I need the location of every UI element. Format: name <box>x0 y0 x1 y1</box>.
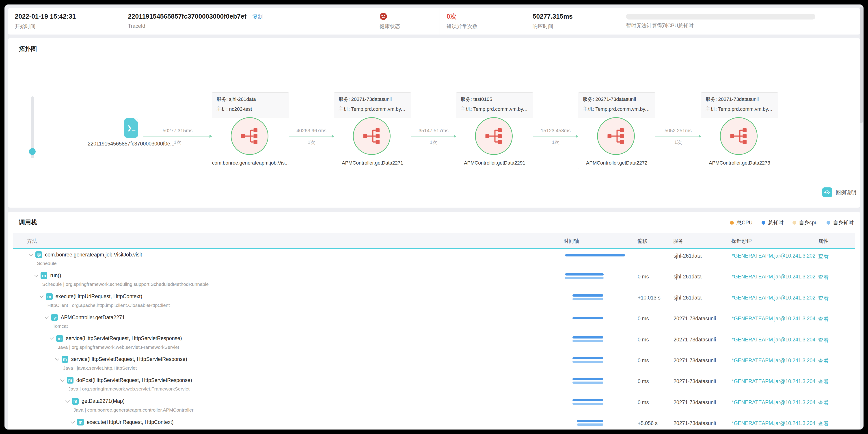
probe-ip-link[interactable]: *GENERATEAPM.jar@10.241.3.204 <box>732 420 815 426</box>
self-time-bar <box>572 298 603 300</box>
chevron-down-icon[interactable] <box>71 419 75 424</box>
chevron-down-icon[interactable] <box>44 315 49 319</box>
service-node-card[interactable]: 服务: 20271-73datasunli 主机: Temp.prd.comm.… <box>334 92 411 169</box>
chevron-down-icon[interactable] <box>55 357 59 361</box>
probe-ip-link[interactable]: *GENERATEAPM.jar@10.241.3.204 <box>732 316 815 322</box>
service-node-header: 服务: test0105 主机: Temp.prd.comm.vm.by.idc… <box>456 93 533 117</box>
cpu-label: 暂时无法计算得到CPU总耗时 <box>626 22 860 29</box>
script-file-icon: ❯_ <box>124 118 138 138</box>
callstack-row[interactable]: m service(HttpServletRequest, HttpServle… <box>8 355 860 375</box>
probe-ip-link[interactable]: *GENERATEAPM.jar@10.241.3.204 <box>732 357 815 364</box>
method-icon: m <box>72 398 79 405</box>
total-time-bar <box>565 254 625 256</box>
method-icon: m <box>67 377 73 383</box>
method-title: service(HttpServletRequest, HttpServletR… <box>71 356 187 362</box>
self-time-bar <box>565 277 603 279</box>
scrollbar-thumb[interactable] <box>860 7 863 123</box>
self-time-bar <box>572 381 603 384</box>
zoom-slider[interactable] <box>31 96 34 158</box>
service-circle-icon[interactable] <box>720 117 757 155</box>
timeline-bars <box>565 250 626 271</box>
node-method-label: APMController.getData2273 <box>701 160 778 166</box>
column-probe: 探针@IP <box>731 238 752 244</box>
service-circle-icon[interactable] <box>475 117 513 155</box>
callstack-row[interactable]: m doPost(HttpServletRequest, HttpServlet… <box>8 375 860 396</box>
service-node-card[interactable]: 服务: sjhl-261data 主机: nc202-test com.bonr… <box>212 92 289 169</box>
timeline-bars <box>565 355 626 375</box>
total-time-bar <box>577 420 603 422</box>
cluster-icon <box>363 127 381 145</box>
edge-line <box>289 136 334 137</box>
probe-ip-link[interactable]: *GENERATEAPM.jar@10.241.3.204 <box>732 337 815 343</box>
callstack-title: 调用栈 <box>19 218 37 226</box>
chevron-down-icon[interactable] <box>50 336 54 340</box>
edge-line <box>533 136 578 137</box>
cpu-segment: 暂时无法计算得到CPU总耗时 <box>619 8 860 34</box>
view-attr-link[interactable]: 查看 <box>818 316 829 323</box>
probe-ip-link[interactable]: *GENERATEAPM.jar@10.241.3.204 <box>732 400 815 406</box>
offset-value: 0 ms <box>638 316 649 322</box>
callstack-row[interactable]: m service(HttpServletRequest, HttpServle… <box>8 334 860 355</box>
chevron-down-icon[interactable] <box>65 399 69 403</box>
service-circle-icon[interactable] <box>353 117 391 155</box>
edge-duration-label: 35147.517ms <box>411 128 456 134</box>
total-time-bar <box>572 399 603 401</box>
trace-root-node[interactable]: ❯_ 220119154565857fc3700003000f0e... <box>124 118 138 138</box>
chevron-down-icon[interactable] <box>60 377 64 381</box>
probe-ip-link[interactable]: *GENERATEAPM.jar@10.241.3.204 <box>732 378 815 384</box>
node-method-label: APMController.getData2272 <box>578 160 655 166</box>
view-attr-link[interactable]: 查看 <box>818 274 829 281</box>
edge-count-label: 1次 <box>144 139 212 146</box>
probe-ip-link[interactable]: *GENERATEAPM.jar@10.241.3.202 <box>732 295 815 301</box>
legend-dot-total-time <box>762 221 765 225</box>
total-time-bar <box>572 336 603 339</box>
response-time-segment: 50277.315ms 响应时间 <box>526 8 619 34</box>
view-attr-link[interactable]: 查看 <box>818 295 829 302</box>
method-subtitle: Java | org.springframework.web.servlet.F… <box>68 386 190 392</box>
copy-trace-id-button[interactable]: 复制 <box>252 13 264 20</box>
callstack-row[interactable]: com.bonree.generateapm.job.VisitJob.visi… <box>8 250 860 271</box>
page-scrollbar[interactable] <box>860 6 863 428</box>
service-node-card[interactable]: 服务: 20271-73datasunli 主机: Temp.prd.comm.… <box>701 92 778 169</box>
legend-dot-total-cpu <box>730 221 734 225</box>
cluster-icon <box>241 127 258 145</box>
view-attr-link[interactable]: 查看 <box>818 400 829 406</box>
probe-ip-link[interactable]: *GENERATEAPM.jar@10.241.3.202 <box>732 274 815 280</box>
trace-summary-bar: 2022-01-19 15:42:31 开始时间 220119154565857… <box>8 8 860 34</box>
legend-button[interactable]: 图例说明 <box>822 187 856 197</box>
callstack-row[interactable]: m execute(HttpUriRequest, HttpContext) +… <box>8 417 860 430</box>
view-attr-link[interactable]: 查看 <box>818 337 829 344</box>
chevron-down-icon[interactable] <box>29 252 33 256</box>
method-subtitle: Java | com.bonree.generateapm.controller… <box>73 407 193 413</box>
edge-count-label: 1次 <box>411 139 456 146</box>
self-time-bar <box>572 403 603 405</box>
legend-total-cpu: 总CPU <box>730 219 753 226</box>
view-attr-link[interactable]: 查看 <box>818 420 829 427</box>
callstack-panel: 调用栈 总CPU 总耗时 自身cpu 自身耗时 方法 时间轴 偏移 服务 探针@… <box>8 212 860 430</box>
view-attr-link[interactable]: 查看 <box>818 357 829 365</box>
service-circle-icon[interactable] <box>597 117 635 155</box>
probe-ip-link[interactable]: *GENERATEAPM.jar@10.241.3.202 <box>732 253 815 259</box>
edge-line <box>655 136 701 137</box>
service-circle-icon[interactable] <box>231 117 269 155</box>
callstack-row[interactable]: m run() Schedule | org.springframework.s… <box>8 271 860 292</box>
zoom-slider-thumb[interactable] <box>29 148 36 155</box>
edge-duration-label: 5052.251ms <box>655 128 701 134</box>
callstack-row[interactable]: m getData2271(Map) Java | com.bonree.gen… <box>8 397 860 417</box>
method-title: doPost(HttpServletRequest, HttpServletRe… <box>76 377 192 383</box>
service-value: 20271-73datasunli <box>674 400 716 406</box>
total-time-bar <box>572 294 603 296</box>
service-node-card[interactable]: 服务: test0105 主机: Temp.prd.comm.vm.by.idc… <box>456 92 533 169</box>
total-time-bar <box>572 357 603 359</box>
callstack-row[interactable]: APMController.getData2271 Tomcat 0 ms 20… <box>8 313 860 334</box>
service-node-card[interactable]: 服务: 20271-73datasunli 主机: Temp.prd.comm.… <box>578 92 655 169</box>
chevron-down-icon[interactable] <box>34 273 38 277</box>
view-attr-link[interactable]: 查看 <box>818 378 829 385</box>
chevron-down-icon[interactable] <box>39 294 43 298</box>
method-icon: m <box>40 272 47 279</box>
topology-panel: 拓扑图 ❯_ 220119154565857fc3700003000f0e...… <box>8 38 860 208</box>
callstack-row[interactable]: m execute(HttpUriRequest, HttpContext) H… <box>8 292 860 313</box>
method-icon: m <box>77 419 84 426</box>
method-icon: m <box>62 356 68 363</box>
view-attr-link[interactable]: 查看 <box>818 253 829 260</box>
